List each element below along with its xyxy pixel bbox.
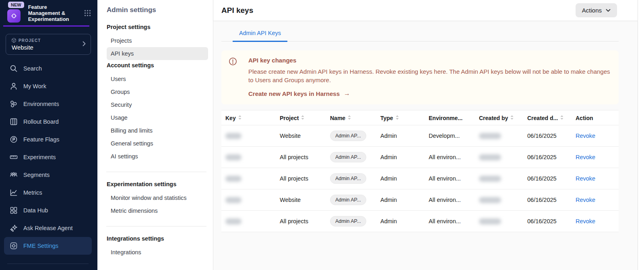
project-name: Website (12, 44, 78, 51)
settings-item-monitor-window[interactable]: Monitor window and statistics (107, 191, 208, 204)
key-name-badge: Admin AP... (330, 173, 366, 184)
column-header-type[interactable]: Type (376, 110, 425, 125)
fme-settings-icon (10, 242, 18, 250)
callout-body: Please create new Admin API keys in Harn… (248, 67, 611, 84)
app-grid-icon[interactable] (84, 10, 91, 23)
settings-item-general-settings[interactable]: General settings (107, 137, 208, 150)
table-row: Website Admin AP... Admin Developm... 06… (221, 125, 619, 147)
settings-item-integrations[interactable]: Integrations (107, 246, 208, 259)
data-hub-grid-icon (10, 206, 18, 214)
revoke-link[interactable]: Revoke (576, 154, 595, 160)
sidebar-item-label: Data Hub (23, 207, 48, 214)
environment-cell: All environ... (425, 168, 475, 189)
redacted-key-value (225, 133, 242, 139)
created-date-cell: 06/16/2025 (523, 189, 572, 211)
section-header-experimentation-settings: Experimentation settings (107, 181, 213, 187)
sort-icon (348, 114, 351, 121)
page-header: API keys Actions (213, 0, 644, 21)
column-header-created-date[interactable]: Created d... (523, 110, 572, 125)
revoke-link[interactable]: Revoke (576, 133, 595, 139)
column-header-created-by[interactable]: Created by (475, 110, 523, 125)
sort-icon (560, 114, 564, 121)
redacted-created-by (479, 154, 501, 160)
settings-item-security[interactable]: Security (107, 98, 208, 111)
key-name-badge: Admin AP... (330, 195, 366, 205)
settings-item-groups[interactable]: Groups (107, 85, 208, 98)
api-key-changes-callout: API key changes Please create new Admin … (221, 50, 619, 104)
settings-item-ai-settings[interactable]: AI settings (107, 150, 208, 163)
type-cell: Admin (376, 189, 425, 211)
sidebar-item-label: FME Settings (23, 243, 58, 249)
create-api-keys-link[interactable]: Create new API keys in Harness → (248, 90, 611, 97)
settings-item-api-keys[interactable]: API keys (107, 47, 208, 60)
sidebar-item-my-work[interactable]: My Work (4, 77, 92, 95)
redacted-key-value (225, 218, 242, 224)
environment-cell: Developm... (425, 125, 475, 147)
chevron-right-icon (83, 41, 86, 48)
primary-sidebar: NEW Feature Management & Experimentation (0, 0, 97, 270)
sidebar-item-label: Ask Release Agent (23, 225, 73, 231)
sparkles-icon (10, 224, 18, 232)
settings-item-usage[interactable]: Usage (107, 111, 208, 124)
column-header-action: Action (572, 110, 619, 125)
settings-item-metric-dimensions[interactable]: Metric dimensions (107, 204, 208, 217)
line-chart-icon (10, 189, 18, 197)
brand-accent-line (3, 25, 89, 27)
api-keys-table: Key Project Name Type Environme... Creat… (221, 110, 619, 232)
project-label: PROJECT (19, 38, 41, 43)
redacted-key-value (225, 197, 242, 203)
key-name-badge: Admin AP... (330, 131, 366, 141)
settings-item-users[interactable]: Users (107, 73, 208, 85)
project-cell: All projects (276, 147, 326, 168)
column-header-key[interactable]: Key (221, 110, 276, 125)
revoke-link[interactable]: Revoke (576, 197, 595, 203)
redacted-created-by (479, 197, 501, 203)
type-cell: Admin (376, 168, 425, 189)
sidebar-divider (7, 264, 89, 264)
column-header-name[interactable]: Name (326, 110, 376, 125)
user-icon (10, 82, 18, 90)
environment-cell: All environ... (425, 211, 475, 232)
type-cell: Admin (376, 211, 425, 232)
column-header-project[interactable]: Project (276, 110, 326, 125)
people-icon (10, 171, 18, 179)
revoke-link[interactable]: Revoke (576, 218, 595, 224)
project-selector[interactable]: PROJECT Website (6, 34, 91, 55)
ruler-icon (10, 153, 18, 161)
table-row: All projects Admin AP... Admin All envir… (221, 168, 619, 189)
sidebar-item-fme-settings[interactable]: FME Settings (4, 237, 92, 255)
created-date-cell: 06/16/2025 (523, 147, 572, 168)
column-header-environment[interactable]: Environme... (425, 110, 475, 125)
main-content: API keys Actions Admin API Keys API key … (213, 0, 644, 270)
sidebar-item-rollout-board[interactable]: Rollout Board (4, 113, 92, 131)
sidebar-item-environments[interactable]: Environments (4, 95, 92, 113)
sidebar-item-data-hub[interactable]: Data Hub (4, 201, 92, 219)
table-row: All projects Admin AP... Admin All envir… (221, 211, 619, 232)
sidebar-item-metrics[interactable]: Metrics (4, 184, 92, 201)
vertical-scrollbar[interactable] (638, 0, 644, 270)
settings-item-projects[interactable]: Projects (107, 34, 208, 47)
project-cell: Website (276, 125, 326, 147)
sidebar-item-label: Metrics (23, 189, 42, 196)
project-cell: All projects (276, 168, 326, 189)
settings-divider (106, 226, 206, 226)
tab-bar: Admin API Keys (221, 21, 619, 42)
sidebar-item-feature-flags[interactable]: Feature Flags (4, 131, 92, 148)
board-columns-icon (10, 118, 18, 126)
sidebar-item-experiments[interactable]: Experiments (4, 148, 92, 166)
section-header-project-settings: Project settings (107, 24, 213, 30)
environment-cell: All environ... (425, 189, 475, 211)
created-date-cell: 06/16/2025 (523, 168, 572, 189)
sidebar-item-segments[interactable]: Segments (4, 166, 92, 184)
arrow-right-icon: → (344, 90, 350, 97)
revoke-link[interactable]: Revoke (576, 175, 595, 182)
sidebar-item-ask-release-agent[interactable]: Ask Release Agent (4, 219, 92, 237)
tab-admin-api-keys[interactable]: Admin API Keys (233, 30, 287, 42)
sidebar-item-search[interactable]: Search (4, 60, 92, 77)
settings-item-billing-and-limits[interactable]: Billing and limits (107, 124, 208, 137)
section-header-integrations-settings: Integrations settings (107, 235, 213, 242)
hexagons-icon (10, 100, 18, 108)
api-keys-content: Admin API Keys API key changes Please cr… (213, 21, 644, 232)
actions-button[interactable]: Actions (576, 3, 617, 17)
product-title: Feature Management & Experimentation (28, 4, 76, 23)
